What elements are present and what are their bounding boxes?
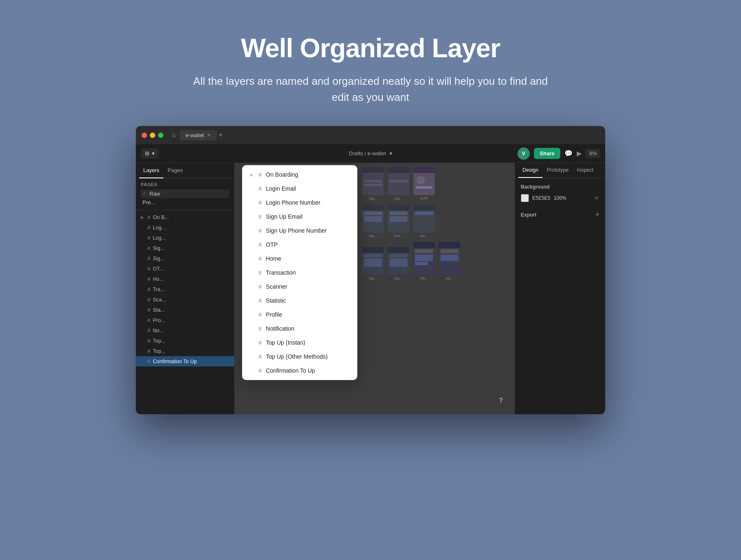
close-traffic-light[interactable] — [142, 133, 147, 138]
browser-chrome: ⌂ e-wallet ✕ + — [136, 126, 605, 144]
ewallet-tab[interactable]: e-wallet ✕ — [180, 130, 217, 140]
hero-subtitle: All the layers are named and organized n… — [185, 73, 556, 105]
popup-layer-label: OTP — [266, 241, 278, 248]
background-color-swatch[interactable] — [521, 194, 529, 202]
layer-label: Confirmation To Up — [153, 359, 197, 364]
popup-item-confirmation[interactable]: # Confirmation To Up — [242, 364, 357, 378]
hash-icon: # — [259, 353, 262, 360]
page-item-pre[interactable]: Pre... — [141, 198, 229, 207]
popup-item-login-email[interactable]: # Login Email — [242, 182, 357, 196]
hash-icon: # — [147, 348, 150, 354]
add-export-button[interactable]: + — [595, 210, 599, 219]
tab-layers[interactable]: Layers — [139, 163, 163, 178]
hash-icon: # — [147, 338, 150, 344]
layer-item-onboarding[interactable]: ▶ # On B... — [136, 212, 234, 222]
popup-item-login-phone[interactable]: # Login Phone Number — [242, 196, 357, 210]
tab-design[interactable]: Design — [518, 163, 543, 178]
visibility-toggle-icon[interactable]: 👁 — [594, 195, 599, 201]
hash-icon: # — [147, 296, 150, 303]
traffic-lights — [142, 133, 163, 138]
popup-item-home[interactable]: # Home — [242, 252, 357, 266]
popup-item-topup-instan[interactable]: # Top Up (Instan) — [242, 336, 357, 350]
layer-item-confirmation[interactable]: # Confirmation To Up — [136, 356, 234, 366]
hash-icon: # — [147, 276, 150, 282]
layer-label: Top... — [153, 348, 165, 354]
layer-item-home[interactable]: # Ho... — [136, 274, 234, 284]
help-button[interactable]: ? — [494, 394, 508, 408]
hash-icon: # — [147, 307, 150, 313]
add-tab-button[interactable]: + — [218, 131, 223, 140]
popup-item-onboarding[interactable]: ▶ # On Boarding — [242, 168, 357, 182]
layer-item-topup-other[interactable]: # Top... — [136, 346, 234, 356]
right-tab-bar: Design Prototype Inspect — [515, 163, 605, 178]
tab-prototype[interactable]: Prototype — [543, 163, 573, 178]
hash-icon: # — [259, 283, 262, 290]
tab-label: e-wallet — [186, 132, 204, 138]
popup-layer-label: Top Up (Instan) — [266, 339, 305, 346]
popup-item-topup-other[interactable]: # Top Up (Other Methods) — [242, 350, 357, 364]
play-icon[interactable]: ▶ — [577, 149, 582, 157]
canvas-thumbnails: Sig... Sig... — [362, 167, 460, 280]
layer-item-signup-email[interactable]: # Sig... — [136, 243, 234, 253]
tool-selector[interactable]: ⊞ ▾ — [141, 148, 159, 159]
pages-label: Pages — [141, 182, 229, 187]
layer-item-transaction[interactable]: # Tra... — [136, 284, 234, 294]
layer-label: Pro... — [153, 317, 165, 323]
share-button[interactable]: Share — [534, 148, 560, 159]
layer-item-topup-instan[interactable]: # Top... — [136, 336, 234, 346]
layer-label: Sta... — [153, 307, 165, 313]
hash-icon: # — [259, 255, 262, 262]
tab-pages[interactable]: Pages — [163, 163, 187, 178]
page-item-raw[interactable]: ✓ Raw — [141, 189, 229, 198]
arrow-icon: ▶ — [141, 215, 145, 219]
layer-item-login-email[interactable]: # Log... — [136, 222, 234, 233]
toolbar-right: V Share 💬 ▶ 8% — [485, 147, 600, 160]
comment-icon[interactable]: 💬 — [564, 149, 573, 157]
layer-item-scanner[interactable]: # Sca... — [136, 294, 234, 305]
popup-layer-label: Top Up (Other Methods) — [266, 353, 328, 360]
chevron-down-icon: ▾ — [152, 150, 155, 156]
figma-main: Layers Pages Pages ✓ Raw Pre... ▶ # On B… — [136, 163, 605, 414]
layer-label: Log... — [153, 225, 165, 231]
hash-icon: # — [259, 185, 262, 192]
layer-label: Sig... — [153, 256, 165, 261]
popup-layer-label: Transaction — [266, 269, 296, 276]
layer-label: Tra... — [153, 287, 165, 292]
arrow-icon: ▶ — [250, 173, 254, 177]
layer-label: Log... — [153, 235, 165, 241]
popup-item-profile[interactable]: # Profile — [242, 308, 357, 322]
layer-label: Top... — [153, 338, 165, 344]
layer-item-statistic[interactable]: # Sta... — [136, 305, 234, 315]
figma-canvas[interactable]: ▶ # On Boarding # Login Email # Login Ph… — [235, 163, 515, 414]
layer-item-profile[interactable]: # Pro... — [136, 315, 234, 325]
layer-item-notification[interactable]: # No... — [136, 325, 234, 336]
hash-icon: # — [147, 266, 150, 272]
layer-item-signup-phone[interactable]: # Sig... — [136, 253, 234, 264]
tab-inspect[interactable]: Inspect — [573, 163, 597, 178]
tab-close-icon[interactable]: ✕ — [207, 133, 211, 138]
page-label-pre: Pre... — [142, 199, 155, 205]
background-opacity-value: 100% — [554, 195, 566, 201]
sidebar-right: Design Prototype Inspect Background E5E5… — [515, 163, 605, 414]
popup-item-transaction[interactable]: # Transaction — [242, 266, 357, 280]
right-panel-content: Background E5E5E5 100% 👁 Export + — [515, 178, 605, 225]
popup-item-statistic[interactable]: # Statistic — [242, 294, 357, 308]
popup-item-otp[interactable]: # OTP — [242, 238, 357, 252]
hash-icon: # — [147, 327, 150, 334]
maximize-traffic-light[interactable] — [158, 133, 163, 138]
zoom-level[interactable]: 8% — [586, 149, 600, 158]
minimize-traffic-light[interactable] — [150, 133, 155, 138]
popup-item-notification[interactable]: # Notification — [242, 322, 357, 336]
popup-layer-label: Login Phone Number — [266, 199, 320, 206]
pages-section: Pages ✓ Raw Pre... — [136, 179, 234, 210]
layer-item-otp[interactable]: # OT... — [136, 264, 234, 274]
user-avatar[interactable]: V — [517, 147, 530, 160]
popup-item-signup-email[interactable]: # Sign Up Email — [242, 210, 357, 224]
export-row: Export + — [521, 210, 599, 219]
popup-layer-label: Scanner — [266, 283, 287, 290]
toolbar-center: Drafts / e-wallet ▾ — [256, 150, 485, 156]
popup-item-scanner[interactable]: # Scanner — [242, 280, 357, 294]
layer-item-login-phone[interactable]: # Log... — [136, 233, 234, 243]
popup-item-signup-phone[interactable]: # Sign Up Phone Number — [242, 224, 357, 238]
home-icon[interactable]: ⌂ — [172, 131, 176, 139]
